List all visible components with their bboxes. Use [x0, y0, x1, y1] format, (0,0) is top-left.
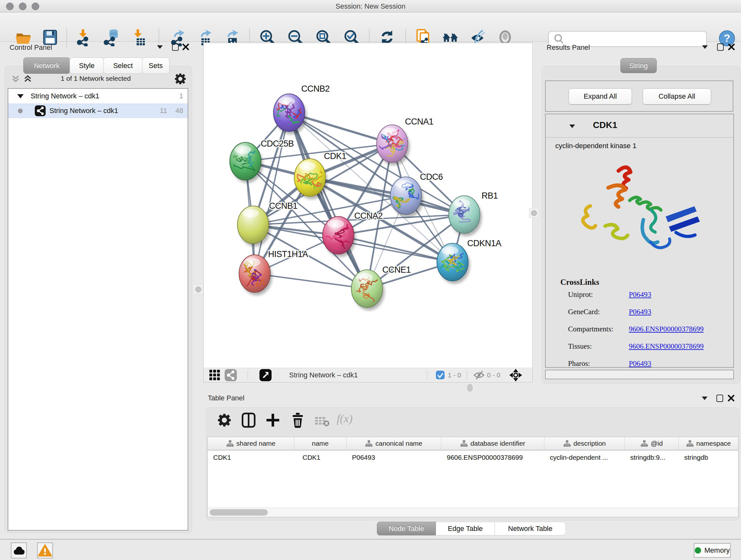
column-header-id[interactable]: @id — [625, 437, 679, 450]
add-column-icon[interactable] — [266, 413, 280, 427]
right-splitter-handle[interactable] — [529, 208, 539, 218]
table-gear-icon[interactable] — [218, 414, 231, 427]
tree-network-label: String Network – cdk1 — [50, 107, 118, 115]
node-label: CCNB2 — [301, 84, 330, 94]
crosslink-label: Uniprot: — [568, 291, 627, 299]
tab-sets[interactable]: Sets — [142, 57, 170, 74]
hscrollbar-thumb[interactable] — [210, 509, 268, 516]
results-panel-collapse-icon[interactable] — [702, 45, 708, 49]
column-header-namespace[interactable]: namespace — [679, 437, 738, 450]
share-view-icon[interactable] — [225, 369, 237, 381]
network-title: String Network – cdk1 — [289, 371, 358, 379]
network-node[interactable] — [291, 159, 326, 196]
selected-checkbox-icon[interactable] — [436, 371, 445, 379]
tree-expander-icon[interactable] — [17, 94, 23, 98]
network-node[interactable] — [449, 196, 480, 233]
tree-row-collection[interactable]: String Network – cdk1 1 — [8, 89, 188, 104]
cell-canonical-name[interactable]: P06493 — [347, 450, 441, 464]
cell-database-identifier[interactable]: 9606.ENSP00000378699 — [441, 450, 544, 464]
warning-button[interactable] — [37, 543, 53, 558]
crosslink-value[interactable]: P06493 — [629, 308, 651, 316]
cell-shared-name[interactable]: CDK1 — [208, 450, 294, 464]
crosslink-label: Tissues: — [568, 342, 627, 351]
strip-separator — [467, 370, 467, 380]
split-columns-icon[interactable] — [242, 413, 256, 428]
entry-name: CDK1 — [593, 120, 617, 130]
expand-all-icon[interactable] — [23, 74, 32, 84]
open-in-window-icon[interactable] — [259, 369, 272, 381]
network-node[interactable] — [230, 142, 261, 180]
cell-name[interactable]: CDK1 — [294, 450, 347, 464]
tree-row-network-selected[interactable]: String Network – cdk1 11 48 — [8, 104, 188, 118]
results-buttons-box: Expand All Collapse All — [545, 80, 733, 112]
collapse-all-icon[interactable] — [11, 74, 20, 84]
column-header-name[interactable]: name — [294, 437, 347, 450]
results-entry-box: CDK1 cyclin-dependent kinase 1 CrossLink… — [545, 114, 734, 368]
column-header-database-identifier[interactable]: database identifier — [441, 437, 544, 450]
crosslink-value[interactable]: P06493 — [629, 291, 651, 299]
tab-select[interactable]: Select — [104, 57, 143, 74]
delete-column-icon[interactable] — [290, 412, 304, 428]
protein-structure-image — [570, 153, 708, 259]
crosslink-value[interactable]: 9606.ENSP00000378699 — [629, 342, 704, 350]
node-label: CDK1 — [324, 151, 346, 161]
network-node[interactable] — [437, 243, 469, 281]
control-panel-float-icon[interactable] — [172, 44, 179, 51]
cell-id[interactable]: stringdb:9... — [625, 450, 679, 464]
network-node[interactable] — [376, 125, 408, 163]
tab-network-table[interactable]: Network Table — [495, 522, 566, 536]
node-label: CDC6 — [420, 172, 443, 182]
table-panel-close-icon[interactable] — [727, 394, 735, 402]
tab-network[interactable]: Network — [23, 57, 70, 74]
crosslink-value[interactable]: P06493 — [629, 360, 651, 368]
table-panel-float-icon[interactable] — [717, 395, 723, 402]
entry-description: cyclin-dependent kinase 1 — [555, 142, 636, 150]
results-panel-title: Results Panel — [547, 44, 590, 52]
strip-separator — [427, 370, 427, 380]
tab-style[interactable]: Style — [70, 57, 104, 74]
left-splitter-handle[interactable] — [193, 285, 203, 294]
crosslink-label: Compartments: — [568, 325, 627, 333]
horizontal-splitter-handle[interactable] — [467, 384, 473, 391]
results-panel-float-icon[interactable] — [717, 44, 724, 51]
entry-expander-icon[interactable] — [569, 125, 575, 128]
tree-collection-label: String Network – cdk1 — [30, 92, 99, 100]
cell-description[interactable]: cyclin-dependent ... — [544, 450, 625, 464]
tab-string[interactable]: String — [620, 58, 657, 73]
tree-collection-count: 1 — [179, 92, 183, 100]
results-scrollbar[interactable] — [545, 370, 734, 379]
tab-edge-table[interactable]: Edge Table — [436, 522, 495, 536]
memory-button[interactable]: Memory — [694, 543, 731, 558]
column-header-shared-name[interactable]: shared name — [208, 437, 294, 450]
delete-table-icon-disabled — [315, 416, 330, 427]
column-header-description[interactable]: description — [544, 437, 625, 450]
column-mapping-icon — [365, 440, 373, 447]
table-hscrollbar[interactable] — [208, 508, 738, 517]
gear-icon[interactable] — [175, 73, 186, 84]
table-panel-collapse-icon[interactable] — [702, 396, 708, 400]
network-canvas[interactable]: CCNB2CCNA1CDC25BCDK1CDC6RB1CCNB1CCNA2CDK… — [203, 43, 533, 368]
network-edge[interactable] — [289, 113, 367, 289]
crosshair-icon[interactable] — [509, 369, 522, 381]
title-bar: Session: New Session — [0, 0, 741, 12]
network-status-dot-icon — [18, 109, 23, 113]
network-node[interactable] — [239, 255, 270, 293]
fx-equation-icon: f(x) — [337, 412, 353, 425]
crosslink-value[interactable]: 9606.ENSP00000378699 — [629, 325, 704, 333]
control-panel-close-icon[interactable] — [182, 43, 190, 51]
cloud-button[interactable] — [11, 543, 27, 558]
collapse-all-button[interactable]: Collapse All — [643, 88, 711, 105]
tab-node-table[interactable]: Node Table — [377, 522, 436, 536]
results-panel-close-icon[interactable] — [728, 43, 735, 51]
cell-namespace[interactable]: stringdb — [679, 450, 738, 464]
crosslinks-title: CrossLinks — [560, 278, 599, 287]
node-label: CDKN1A — [467, 239, 501, 248]
expand-all-button[interactable]: Expand All — [569, 88, 632, 105]
grid-view-icon[interactable] — [209, 370, 221, 381]
strip-separator — [248, 370, 248, 380]
control-panel-collapse-icon[interactable] — [157, 45, 163, 49]
column-header-canonical-name[interactable]: canonical name — [347, 437, 441, 450]
table-row[interactable]: CDK1 CDK1 P06493 9606.ENSP00000378699 cy… — [208, 450, 738, 464]
network-node[interactable] — [238, 206, 269, 244]
network-graph[interactable]: CCNB2CCNA1CDC25BCDK1CDC6RB1CCNB1CCNA2CDK… — [204, 43, 532, 368]
